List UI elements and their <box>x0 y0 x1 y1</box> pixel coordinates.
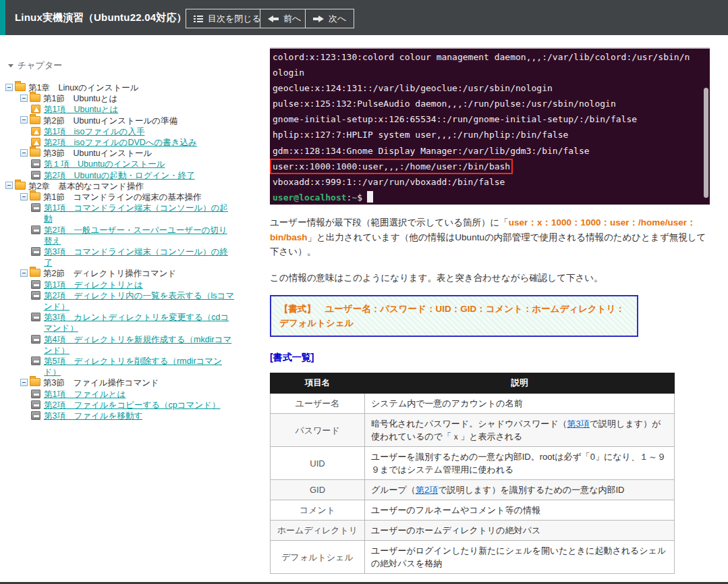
toc-tree-row: 第1項 isoファイルの入手 <box>0 126 270 137</box>
collapse-minus-icon[interactable] <box>20 149 28 157</box>
list-icon <box>194 15 203 23</box>
toc-link[interactable]: 第2項 Ubuntuの起動・ログイン・終了 <box>44 170 195 181</box>
toc-row-icons <box>31 356 44 365</box>
description-text: システム内で一意のアカウントの名前 <box>371 398 523 408</box>
teal-accent-strip <box>0 0 5 35</box>
collapse-minus-icon[interactable] <box>20 269 28 277</box>
folder-icon <box>15 83 26 91</box>
toc-row-icons <box>20 269 43 277</box>
folder-icon <box>15 182 26 190</box>
page-gray-icon <box>31 411 40 420</box>
toc-tree-row: 第2項 isoファイルのDVDへの書き込み <box>0 137 270 148</box>
table-header-row: 項目名 説明 <box>271 373 675 394</box>
next-button[interactable]: 次へ <box>305 9 354 28</box>
column-header-item: 項目名 <box>271 373 365 394</box>
toc-link[interactable]: 第1項 ファイルとは <box>44 389 125 400</box>
collapse-minus-icon[interactable] <box>5 182 13 189</box>
toc-tree-row: 第1項 Ubuntuとは <box>0 104 270 115</box>
description-text: グループ（ <box>371 485 416 495</box>
table-row: ホームディレクトリユーザーのホームディレクトリの絶対パス <box>271 521 675 541</box>
description-text: ユーザーのホームディレクトリの絶対パス <box>371 525 540 535</box>
page-gray-icon <box>31 159 40 168</box>
toc-item-label: 第2章 基本的なコマンド操作 <box>28 181 144 192</box>
toc-tree-row: 第2項 一般ユーザー・スーパーユーザーの切り替え <box>0 225 270 246</box>
toc-row-icons <box>20 192 43 201</box>
folder-icon <box>30 149 40 157</box>
collapse-minus-icon[interactable] <box>20 193 28 201</box>
page-gray-icon <box>31 171 40 180</box>
toc-link[interactable]: 第１項 Ubuntuのインストール <box>44 159 165 169</box>
page-gray-icon <box>31 400 40 409</box>
description-cell: ユーザーを識別するための一意な内部ID。rootは必ず「0」になり、１～９９まで… <box>365 447 675 480</box>
terminal-line: hplip:x:127:7:HPLIP system user,,,:/run/… <box>273 127 707 142</box>
red-highlight-box: user:x:1000:1000:user,,,:/home/user:/bin… <box>270 159 513 174</box>
description-cell: ユーザーのフルネームやコメント等の情報 <box>365 500 675 521</box>
prev-label: 前へ <box>283 13 301 25</box>
toc-link[interactable]: 第2項 ディレクトリ内の一覧を表示する（lsコマンド） <box>44 290 234 312</box>
toc-row-icons <box>31 390 44 398</box>
description-cell: ユーザーのホームディレクトリの絶対パス <box>365 521 675 541</box>
toc-tree-row: 第3節 Ubuntuインストール <box>0 148 270 159</box>
collapse-minus-icon[interactable] <box>20 116 28 124</box>
toc-row-icons <box>31 127 44 136</box>
toc-tree-row: 第1章 Linuxのインストール <box>0 82 270 93</box>
terminal-screenshot: colord:x:123:130:colord colour managemen… <box>270 47 710 205</box>
page-orange-icon <box>31 127 40 136</box>
para1-before: ユーザー情報が最下段（範囲選択で示している箇所）に「 <box>270 217 509 228</box>
description-text: ユーザーを識別するための一意な内部ID。rootは必ず「0」になり、１～９９まで… <box>371 452 666 475</box>
passwd-format-table: 項目名 説明 ユーザー名システム内で一意のアカウントの名前パスワード暗号化された… <box>270 373 675 574</box>
toc-link[interactable]: 第3項 カレントディレクトリを変更する（cdコマンド） <box>44 312 234 334</box>
page-title: Linux実機演習（Ubuntu22.04対応） <box>15 11 187 24</box>
section-link[interactable]: 第2項 <box>416 485 438 495</box>
toc-row-icons <box>31 400 44 409</box>
toc-tree-row: 第2節 ディレクトリ操作コマンド <box>0 268 270 279</box>
table-row: ユーザー名システム内で一意のアカウントの名前 <box>271 394 675 414</box>
toc-row-icons <box>20 378 43 386</box>
toc-item-label: 第2節 Ubuntuインストールの準備 <box>43 115 177 126</box>
format-box: 【書式】 ユーザー名：パスワード：UID：GID：コメント：ホームディレクトリ：… <box>270 295 638 337</box>
close-toc-label: 目次を閉じる <box>208 13 261 25</box>
toc-tree-row: 第1項 ファイルとは <box>0 389 270 400</box>
toc-row-icons <box>31 203 44 212</box>
toc-row-icons <box>20 116 43 124</box>
table-row: コメントユーザーのフルネームやコメント等の情報 <box>271 500 675 521</box>
toc-link[interactable]: 第4項 ディレクトリを新規作成する（mkdirコマンド） <box>44 334 234 356</box>
paragraph-user-info: ユーザー情報が最下段（範囲選択で示している箇所）に「user：x：1000：10… <box>270 215 710 259</box>
toc-row-icons <box>31 225 44 234</box>
tree-root-toggle[interactable]: チャプター <box>8 59 270 72</box>
toc-tree-row: 第3項 ファイルを移動す <box>0 410 270 421</box>
prev-button[interactable]: 前へ <box>260 9 309 28</box>
toc-row-icons <box>31 138 44 147</box>
section-link[interactable]: 第3項 <box>567 419 590 429</box>
toc-link[interactable]: 第1項 isoファイルの入手 <box>44 126 144 137</box>
toc-item-label: 第1節 Ubuntuとは <box>43 93 117 104</box>
terminal-scrollbar-thumb[interactable] <box>704 88 708 198</box>
item-name-cell: デフォルトシェル <box>271 541 365 574</box>
toc-row-icons <box>5 182 28 190</box>
terminal-line: gnome-initial-setup:x:126:65534::/run/gn… <box>273 111 707 127</box>
table-row: デフォルトシェルユーザーがログインしたり新たにシェルを開いたときに起動されるシェ… <box>271 541 675 574</box>
page-gray-icon <box>31 313 40 321</box>
toc-link[interactable]: 第1項 Ubuntuとは <box>44 104 118 115</box>
format-list-heading: [書式一覧] <box>270 352 715 364</box>
page-gray-icon <box>31 203 40 212</box>
toc-link[interactable]: 第5項 ディレクトリを削除する（rmdirコマンド） <box>44 356 234 377</box>
collapse-minus-icon[interactable] <box>5 84 13 91</box>
paragraph-check-table: この情報の意味はこのようになります。表と突き合わせながら確認して下さい。 <box>270 271 710 286</box>
toc-link[interactable]: 第2項 isoファイルのDVDへの書き込み <box>44 137 197 148</box>
toc-row-icons <box>31 313 44 321</box>
para1-after: 」と出力されています（他の情報はUbuntuの内部管理で使用される情報のためひと… <box>270 232 706 257</box>
toc-link[interactable]: 第2項 ファイルをコピーする（cpコマンド） <box>44 400 220 410</box>
toc-link[interactable]: 第1項 ディレクトリとは <box>44 280 143 290</box>
toc-sidebar: チャプター 第1章 Linuxのインストール 第1節 Ubuntuとは 第1項 … <box>0 35 270 584</box>
toc-link[interactable]: 第3項 コマンドライン端末（コンソール）の終了 <box>44 246 234 268</box>
toc-tree-row: 第4項 ディレクトリを新規作成する（mkdirコマンド） <box>0 334 270 356</box>
collapse-minus-icon[interactable] <box>20 95 28 102</box>
description-text: ユーザーのフルネームやコメント等の情報 <box>371 505 540 515</box>
toc-link[interactable]: 第2項 一般ユーザー・スーパーユーザーの切り替え <box>44 225 234 246</box>
toc-link[interactable]: 第1項 コマンドライン端末（コンソール）の起動 <box>44 203 234 224</box>
format-box-text: 【書式】 ユーザー名：パスワード：UID：GID：コメント：ホームディレクトリ：… <box>279 304 625 328</box>
close-toc-button[interactable]: 目次を閉じる <box>186 9 269 28</box>
collapse-minus-icon[interactable] <box>20 379 28 386</box>
toc-link[interactable]: 第3項 ファイルを移動す <box>44 410 142 421</box>
